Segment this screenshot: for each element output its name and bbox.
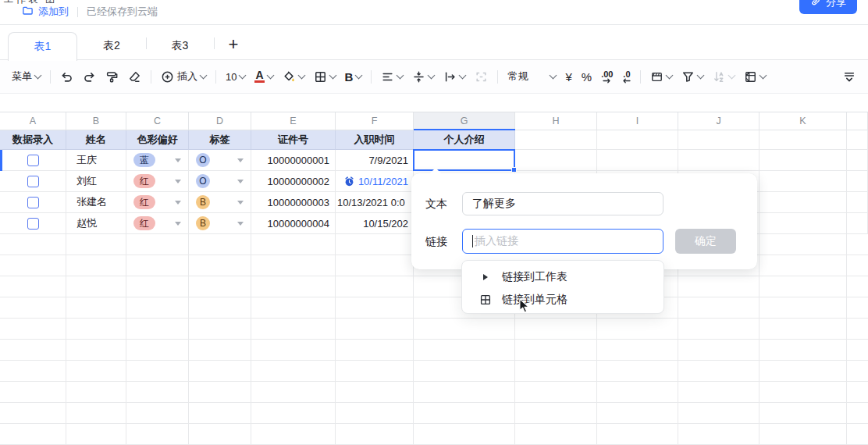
column-header-G[interactable]: G [414, 112, 515, 130]
column-header-stub[interactable] [847, 112, 868, 130]
color-tag[interactable]: 红 [133, 174, 155, 188]
menu-item-link-to-cell[interactable]: 链接到单元格 [462, 289, 663, 311]
add-sheet-button[interactable]: + [222, 33, 245, 56]
cell[interactable]: 蓝 [126, 150, 189, 171]
cell[interactable] [760, 171, 847, 192]
header-cell[interactable]: 个人介绍 [414, 130, 515, 150]
letter-tag[interactable]: O [196, 153, 210, 167]
date-link[interactable]: 10/11/2021 [344, 176, 408, 187]
merge-cells-button[interactable] [471, 67, 492, 87]
cell[interactable] [760, 130, 847, 150]
cell[interactable]: 赵悦 [66, 213, 126, 234]
currency-format-button[interactable]: ¥ [561, 67, 575, 87]
column-header-C[interactable]: C [126, 112, 189, 130]
confirm-button[interactable]: 确定 [675, 229, 736, 254]
decrease-decimal-button[interactable]: .0 [618, 67, 635, 87]
cell[interactable] [847, 150, 868, 171]
dropdown-arrow-icon[interactable] [237, 222, 244, 226]
cell[interactable] [515, 130, 597, 150]
column-header-B[interactable]: B [66, 112, 126, 130]
undo-button[interactable] [56, 67, 77, 87]
column-header-A[interactable]: A [0, 112, 66, 130]
redo-button[interactable] [79, 67, 100, 87]
dropdown-arrow-icon[interactable] [175, 180, 181, 183]
sheet-tab-2[interactable]: 表2 [78, 34, 145, 58]
sheet-tab-3[interactable]: 表3 [147, 34, 213, 58]
share-button[interactable]: 分享 [799, 0, 857, 14]
dropdown-arrow-icon[interactable] [175, 222, 181, 226]
cell[interactable]: B [189, 213, 251, 234]
cell[interactable] [597, 130, 678, 150]
cell[interactable] [760, 192, 847, 213]
font-color-dropdown[interactable]: A [251, 67, 276, 86]
collapse-toolbar-button[interactable] [838, 67, 860, 87]
horizontal-align-dropdown[interactable] [377, 67, 407, 87]
cell[interactable]: 10000000002 [251, 171, 336, 192]
letter-tag[interactable]: O [196, 174, 210, 188]
sort-dropdown[interactable] [709, 67, 738, 87]
cell[interactable] [847, 130, 868, 150]
cell[interactable]: 红 [126, 171, 189, 192]
fill-color-dropdown[interactable] [279, 67, 308, 87]
cell[interactable]: O [189, 150, 251, 171]
cell[interactable]: 红 [126, 192, 189, 213]
sheet-tab-1[interactable]: 表1 [8, 32, 77, 61]
cell[interactable]: 7/9/2021 [336, 150, 414, 171]
header-cell[interactable]: 色彩偏好 [126, 130, 189, 150]
cell[interactable] [847, 213, 868, 234]
filter-dropdown[interactable] [678, 67, 707, 87]
cell[interactable]: 红 [126, 213, 189, 234]
cell[interactable]: 10/15/202 [336, 213, 414, 234]
dropdown-arrow-icon[interactable] [175, 201, 181, 205]
cell[interactable]: B [189, 192, 251, 213]
column-header-D[interactable]: D [189, 112, 251, 130]
checkbox[interactable] [27, 197, 39, 208]
header-cell[interactable]: 姓名 [66, 130, 126, 150]
header-cell[interactable]: 标签 [189, 130, 251, 150]
cell[interactable]: 王庆 [66, 150, 126, 171]
borders-dropdown[interactable] [310, 67, 340, 87]
dropdown-arrow-icon[interactable] [175, 158, 181, 162]
checkbox[interactable] [27, 176, 39, 187]
menu-dropdown[interactable]: 菜单 [8, 66, 44, 87]
selected-cell-G2[interactable] [413, 149, 515, 171]
dropdown-arrow-icon[interactable] [237, 158, 244, 162]
cell[interactable]: 10000000003 [251, 192, 336, 213]
dropdown-arrow-icon[interactable] [237, 201, 244, 205]
text-wrap-dropdown[interactable] [439, 67, 469, 87]
format-painter-button[interactable] [101, 67, 123, 87]
conditional-format-dropdown[interactable] [646, 67, 676, 87]
checkbox[interactable] [27, 155, 39, 166]
cell[interactable] [760, 150, 847, 171]
color-tag[interactable]: 红 [133, 216, 155, 230]
bold-button[interactable]: B [341, 67, 366, 87]
number-format-dropdown[interactable]: 常规 [503, 66, 560, 87]
column-header-F[interactable]: F [336, 112, 414, 130]
vertical-align-dropdown[interactable] [408, 67, 438, 87]
checkbox[interactable] [27, 218, 39, 230]
cell[interactable]: 10000000001 [251, 150, 336, 171]
font-size-dropdown[interactable]: 10 [222, 68, 249, 86]
fill-handle[interactable] [511, 167, 517, 173]
column-header-H[interactable]: H [515, 112, 597, 130]
cell[interactable] [678, 130, 760, 150]
cell[interactable] [847, 192, 868, 213]
header-cell[interactable]: 证件号 [251, 130, 336, 150]
cell[interactable] [760, 213, 847, 234]
cell[interactable]: 10/13/2021 0:0 [336, 192, 414, 213]
cell[interactable] [678, 150, 760, 171]
color-tag[interactable]: 红 [133, 195, 155, 209]
dropdown-arrow-icon[interactable] [237, 180, 244, 183]
cell[interactable]: O [189, 171, 251, 192]
cell[interactable]: 10000000004 [251, 213, 336, 234]
link-url-input[interactable]: 插入链接 [462, 229, 663, 254]
eraser-button[interactable] [124, 67, 145, 87]
cell[interactable] [847, 171, 868, 192]
menu-item-link-to-sheet[interactable]: 链接到工作表 [462, 266, 663, 288]
link-text-input[interactable]: 了解更多 [462, 192, 663, 215]
add-to-button[interactable]: 添加到 [22, 5, 69, 19]
column-header-K[interactable]: K [760, 112, 847, 130]
column-header-I[interactable]: I [597, 112, 678, 130]
column-header-E[interactable]: E [251, 112, 336, 130]
letter-tag[interactable]: B [196, 195, 210, 209]
